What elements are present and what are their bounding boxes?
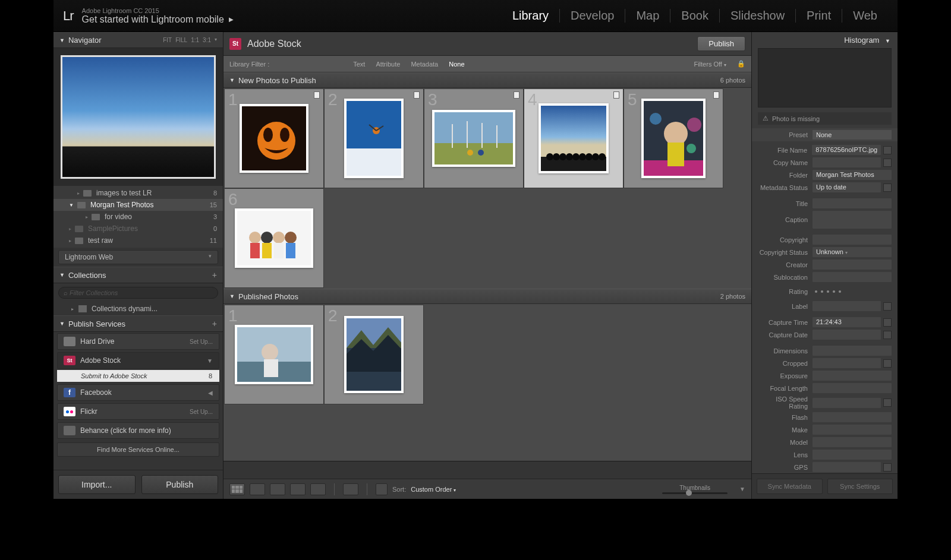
metadata-field[interactable]: Dimensions (752, 344, 898, 357)
lock-icon[interactable]: 🔒 (737, 60, 745, 68)
zoom-menu-icon[interactable]: ▾ (215, 37, 217, 43)
loupe-view-icon[interactable] (250, 483, 265, 495)
metadata-field[interactable]: Cropped (752, 357, 898, 369)
mobile-promo[interactable]: Get started with Lightroom mobile ▶ (82, 14, 234, 25)
folder-row[interactable]: ▸ test raw11 (53, 235, 223, 246)
label-row[interactable]: Label (752, 300, 898, 312)
zoom-3-1[interactable]: 3:1 (203, 37, 211, 43)
histogram-header[interactable]: Histogram ▼ (752, 32, 898, 48)
metadata-field[interactable]: Lens (752, 448, 898, 461)
module-web[interactable]: Web (842, 9, 888, 23)
folder-row[interactable]: ▸ SamplePictures0 (53, 223, 223, 235)
toolbar-menu-icon[interactable]: ▼ (739, 486, 745, 492)
metadata-field[interactable]: Caption (752, 210, 898, 230)
grid-view-icon[interactable] (229, 483, 245, 495)
zoom-1-1[interactable]: 1:1 (191, 37, 199, 43)
filters-toggle[interactable]: Filters Off ▾ (694, 61, 726, 68)
thumbnail-cell-selected[interactable]: 4 (524, 88, 623, 188)
publish-service-flickr[interactable]: Flickr Set Up... (57, 403, 219, 420)
publish-action-button[interactable]: Publish (697, 36, 745, 51)
publish-service-behance[interactable]: Behance (click for more info) (57, 422, 219, 439)
flag-icon[interactable] (514, 91, 519, 99)
folder-row[interactable]: ▼ Morgan Test Photos15 (53, 199, 223, 211)
metadata-field[interactable]: Creator (752, 258, 898, 271)
thumbnail-cell[interactable]: 2 (324, 88, 424, 188)
thumbnail-cell[interactable]: 1 (224, 305, 324, 404)
sync-settings-button[interactable]: Sync Settings (827, 479, 893, 494)
thumbnail-cell[interactable]: 1 (224, 88, 324, 188)
rating-row[interactable]: Rating (752, 287, 898, 296)
action-icon[interactable] (883, 331, 892, 339)
add-service-icon[interactable]: + (212, 319, 217, 328)
metadata-field[interactable]: FolderMorgan Test Photos (752, 169, 898, 181)
metadata-field[interactable]: Capture Date (752, 328, 898, 341)
metadata-field[interactable]: Focal Length (752, 382, 898, 394)
metadata-field[interactable]: Copyright (752, 233, 898, 246)
sort-dropdown[interactable]: Custom Order ▾ (411, 486, 456, 493)
import-button[interactable]: Import... (58, 475, 136, 494)
rating-stars[interactable] (813, 290, 841, 293)
publish-services-header[interactable]: ▼ Publish Services + (53, 315, 223, 332)
filter-metadata[interactable]: Metadata (411, 61, 438, 68)
collection-item[interactable]: ▸ Collections dynami... (53, 302, 223, 315)
publish-service-harddrive[interactable]: Hard Drive Set Up... (57, 333, 219, 350)
filter-attribute[interactable]: Attribute (376, 61, 400, 68)
add-collection-icon[interactable]: + (212, 270, 217, 280)
action-icon[interactable] (883, 159, 892, 167)
survey-view-icon[interactable] (290, 483, 306, 495)
flag-icon[interactable] (613, 91, 619, 99)
metadata-field[interactable]: Copyright StatusUnknown ▾ (752, 246, 898, 258)
metadata-field[interactable]: Model (752, 436, 898, 448)
metadata-field[interactable]: Make (752, 423, 898, 436)
collections-header[interactable]: ▼ Collections + (53, 267, 223, 283)
people-view-icon[interactable] (310, 483, 326, 495)
publish-button[interactable]: Publish (141, 475, 219, 494)
action-icon[interactable] (883, 183, 892, 192)
thumbnail-size-slider[interactable]: Thumbnails (662, 485, 728, 494)
publish-service-adobestock[interactable]: St Adobe Stock ▼ (57, 352, 219, 369)
action-icon[interactable] (883, 359, 892, 368)
action-icon[interactable] (883, 398, 892, 407)
sync-metadata-button[interactable]: Sync Metadata (757, 479, 823, 494)
filter-none[interactable]: None (449, 61, 464, 68)
flag-icon[interactable] (713, 91, 719, 99)
filter-text[interactable]: Text (353, 61, 365, 68)
module-slideshow[interactable]: Slideshow (720, 9, 796, 23)
thumbnail-cell[interactable]: 5 (623, 88, 723, 188)
module-map[interactable]: Map (625, 9, 670, 23)
folder-row[interactable]: ▸ images to test LR8 (53, 187, 223, 199)
navigator-preview[interactable] (53, 48, 223, 186)
metadata-field[interactable]: Sublocation (752, 271, 898, 283)
filter-collections-input[interactable]: ⌕ Filter Collections (58, 287, 218, 299)
navigator-header[interactable]: ▼ Navigator FIT FILL 1:1 3:1 ▾ (53, 32, 223, 48)
lightroom-web-button[interactable]: Lightroom Web ▾ (58, 250, 218, 264)
zoom-fill[interactable]: FILL (175, 37, 187, 43)
filmstrip-collapsed[interactable] (223, 461, 751, 479)
publish-collection[interactable]: Submit to Adobe Stock 8 (57, 370, 219, 382)
thumbnail-cell[interactable]: 6 (224, 188, 324, 288)
metadata-field[interactable]: ISO Speed Rating (752, 394, 898, 411)
chevron-left-icon[interactable]: ◀ (208, 390, 213, 396)
chevron-down-icon[interactable]: ▼ (207, 357, 213, 364)
folder-row[interactable]: ▸ for video3 (53, 211, 223, 223)
metadata-field[interactable]: Flash (752, 411, 898, 423)
metadata-field[interactable]: Metadata StatusUp to date (752, 181, 898, 194)
action-icon[interactable] (883, 463, 892, 472)
compare-view-icon[interactable] (270, 483, 285, 495)
module-library[interactable]: Library (502, 9, 560, 23)
metadata-preset[interactable]: Preset None (752, 128, 898, 141)
section-new-photos[interactable]: ▼ New Photos to Publish 6 photos (223, 72, 751, 88)
metadata-field[interactable]: GPS (752, 461, 898, 473)
painter-icon[interactable] (343, 483, 358, 495)
metadata-field[interactable]: Exposure (752, 369, 898, 382)
thumbnail-cell[interactable]: 2 (324, 305, 424, 404)
action-icon[interactable] (883, 146, 892, 154)
flag-icon[interactable] (314, 91, 320, 99)
metadata-field[interactable]: Title (752, 197, 898, 210)
metadata-field[interactable]: Copy Name (752, 156, 898, 169)
action-icon[interactable] (883, 302, 892, 311)
module-develop[interactable]: Develop (560, 9, 625, 23)
module-book[interactable]: Book (670, 9, 720, 23)
find-more-services[interactable]: Find More Services Online... (57, 442, 219, 457)
flag-icon[interactable] (414, 91, 420, 99)
